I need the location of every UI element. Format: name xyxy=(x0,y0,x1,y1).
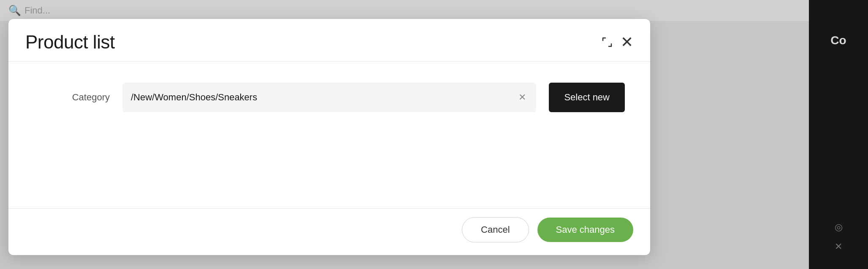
modal-title: Product list xyxy=(25,32,115,53)
category-label: Category xyxy=(34,92,110,103)
close-icon[interactable]: ✕ xyxy=(621,35,633,50)
category-row: Category /New/Women/Shoes/Sneakers ✕ Sel… xyxy=(34,83,625,112)
modal-overlay: Product list ✕ Category /New/Women/Shoes… xyxy=(0,0,868,269)
modal-footer: Cancel Save changes xyxy=(8,208,650,255)
save-changes-button[interactable]: Save changes xyxy=(537,218,633,242)
modal-header-actions: ✕ xyxy=(601,35,633,50)
select-new-button[interactable]: Select new xyxy=(549,83,625,112)
modal-body: Category /New/Women/Shoes/Sneakers ✕ Sel… xyxy=(8,62,650,133)
clear-category-icon[interactable]: ✕ xyxy=(517,90,528,105)
modal-header: Product list ✕ xyxy=(8,19,650,62)
expand-icon[interactable] xyxy=(601,36,613,48)
modal: Product list ✕ Category /New/Women/Shoes… xyxy=(8,19,650,255)
cancel-button[interactable]: Cancel xyxy=(462,217,529,242)
category-value: /New/Women/Shoes/Sneakers xyxy=(131,92,517,103)
category-input-wrap: /New/Women/Shoes/Sneakers ✕ xyxy=(122,83,536,112)
